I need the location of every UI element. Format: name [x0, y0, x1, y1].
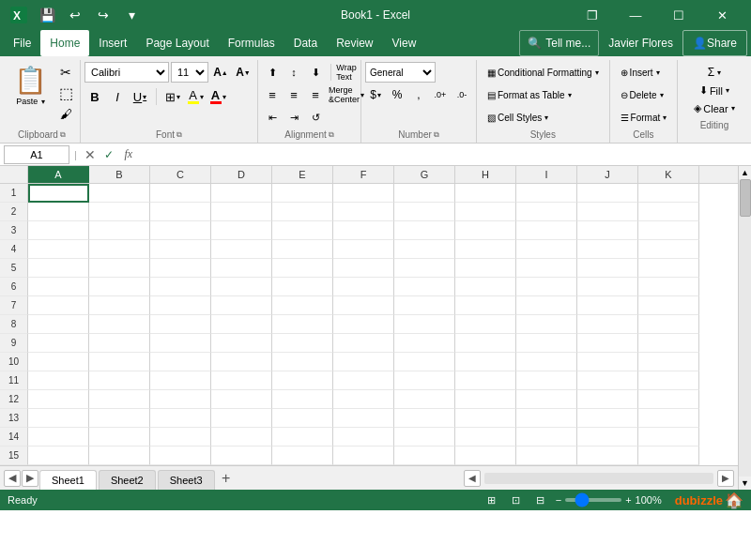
cell-B4[interactable]: [89, 240, 150, 259]
cell-H15[interactable]: [455, 446, 516, 465]
vscroll-track[interactable]: [739, 179, 752, 477]
cell-J10[interactable]: [577, 353, 638, 371]
view-page-layout-button[interactable]: ⊡: [507, 491, 526, 509]
cell-C10[interactable]: [150, 353, 211, 371]
cell-I6[interactable]: [516, 278, 577, 296]
cell-G13[interactable]: [394, 409, 455, 428]
cell-G2[interactable]: [394, 203, 455, 221]
cell-E7[interactable]: [272, 296, 333, 315]
row-number[interactable]: 5: [0, 259, 28, 278]
save-qat-button[interactable]: 💾: [36, 4, 58, 26]
cell-D3[interactable]: [211, 221, 272, 240]
number-expand-icon[interactable]: ⧉: [434, 130, 439, 140]
clear-button[interactable]: ◈Clear ▾: [689, 99, 739, 117]
cell-G14[interactable]: [394, 428, 455, 446]
cell-C5[interactable]: [150, 259, 211, 278]
cell-G8[interactable]: [394, 315, 455, 334]
cell-E4[interactable]: [272, 240, 333, 259]
menu-data[interactable]: Data: [284, 30, 327, 56]
row-number[interactable]: 12: [0, 390, 28, 409]
zoom-in-button[interactable]: +: [625, 494, 631, 506]
cell-D13[interactable]: [211, 409, 272, 428]
format-button[interactable]: ☰ Format ▾: [614, 107, 674, 128]
cell-J4[interactable]: [577, 240, 638, 259]
menu-review[interactable]: Review: [327, 30, 382, 56]
cell-I15[interactable]: [516, 446, 577, 465]
cell-D7[interactable]: [211, 296, 272, 315]
cell-F15[interactable]: [333, 446, 394, 465]
cell-E15[interactable]: [272, 446, 333, 465]
cell-F8[interactable]: [333, 315, 394, 334]
cell-J15[interactable]: [577, 446, 638, 465]
cell-A1[interactable]: [28, 184, 89, 203]
cell-A8[interactable]: [28, 315, 89, 334]
vscroll-up-button[interactable]: ▲: [739, 166, 752, 179]
cell-G6[interactable]: [394, 278, 455, 296]
cell-G12[interactable]: [394, 390, 455, 409]
cell-D8[interactable]: [211, 315, 272, 334]
cell-H8[interactable]: [455, 315, 516, 334]
number-format-select[interactable]: General Number Currency Short Date Perce…: [365, 62, 436, 83]
row-number[interactable]: 13: [0, 409, 28, 428]
italic-button[interactable]: I: [107, 86, 128, 107]
cell-K4[interactable]: [638, 240, 699, 259]
col-header-d[interactable]: D: [211, 166, 272, 183]
scroll-right-button[interactable]: ▶: [22, 470, 38, 487]
scroll-left-button[interactable]: ◀: [4, 470, 21, 487]
fx-button[interactable]: fx: [119, 147, 138, 161]
alignment-expand-icon[interactable]: ⧉: [329, 130, 334, 140]
font-size-select[interactable]: 891011 12141618: [171, 62, 208, 83]
cell-D11[interactable]: [211, 371, 272, 390]
add-sheet-button[interactable]: +: [217, 469, 236, 488]
cell-H1[interactable]: [455, 184, 516, 203]
menu-view[interactable]: View: [383, 30, 426, 56]
cell-B11[interactable]: [89, 371, 150, 390]
wrap-text-button[interactable]: WrapText: [336, 62, 357, 83]
align-right-button[interactable]: ≡: [305, 84, 326, 105]
cell-I12[interactable]: [516, 390, 577, 409]
col-header-h[interactable]: H: [455, 166, 516, 183]
cell-E6[interactable]: [272, 278, 333, 296]
cell-A14[interactable]: [28, 428, 89, 446]
cell-F10[interactable]: [333, 353, 394, 371]
row-number[interactable]: 9: [0, 334, 28, 353]
zoom-slider[interactable]: [565, 498, 621, 502]
percent-button[interactable]: %: [387, 84, 407, 105]
row-number[interactable]: 1: [0, 184, 28, 203]
fill-color-button[interactable]: A ▾: [185, 86, 206, 107]
cell-K9[interactable]: [638, 334, 699, 353]
cell-F6[interactable]: [333, 278, 394, 296]
cell-E10[interactable]: [272, 353, 333, 371]
hscroll-track[interactable]: [484, 473, 713, 484]
cell-A12[interactable]: [28, 390, 89, 409]
cell-C1[interactable]: [150, 184, 211, 203]
cell-B1[interactable]: [89, 184, 150, 203]
sheet-tab-sheet3[interactable]: Sheet3: [158, 470, 215, 491]
cell-E14[interactable]: [272, 428, 333, 446]
customize-qat-button[interactable]: ▾: [120, 4, 143, 26]
row-number[interactable]: 3: [0, 221, 28, 240]
cell-E9[interactable]: [272, 334, 333, 353]
cell-F7[interactable]: [333, 296, 394, 315]
cell-G3[interactable]: [394, 221, 455, 240]
cell-K5[interactable]: [638, 259, 699, 278]
cell-A6[interactable]: [28, 278, 89, 296]
cell-C8[interactable]: [150, 315, 211, 334]
menu-file[interactable]: File: [4, 30, 40, 56]
cell-B6[interactable]: [89, 278, 150, 296]
cell-G5[interactable]: [394, 259, 455, 278]
cell-J11[interactable]: [577, 371, 638, 390]
cell-K2[interactable]: [638, 203, 699, 221]
cell-D9[interactable]: [211, 334, 272, 353]
cell-B7[interactable]: [89, 296, 150, 315]
cell-E1[interactable]: [272, 184, 333, 203]
cell-A13[interactable]: [28, 409, 89, 428]
font-color-button[interactable]: A ▾: [207, 86, 228, 107]
cell-A5[interactable]: [28, 259, 89, 278]
cell-G7[interactable]: [394, 296, 455, 315]
cell-B14[interactable]: [89, 428, 150, 446]
cell-E11[interactable]: [272, 371, 333, 390]
vscroll-down-button[interactable]: ▼: [739, 477, 752, 490]
cell-J8[interactable]: [577, 315, 638, 334]
cell-A11[interactable]: [28, 371, 89, 390]
